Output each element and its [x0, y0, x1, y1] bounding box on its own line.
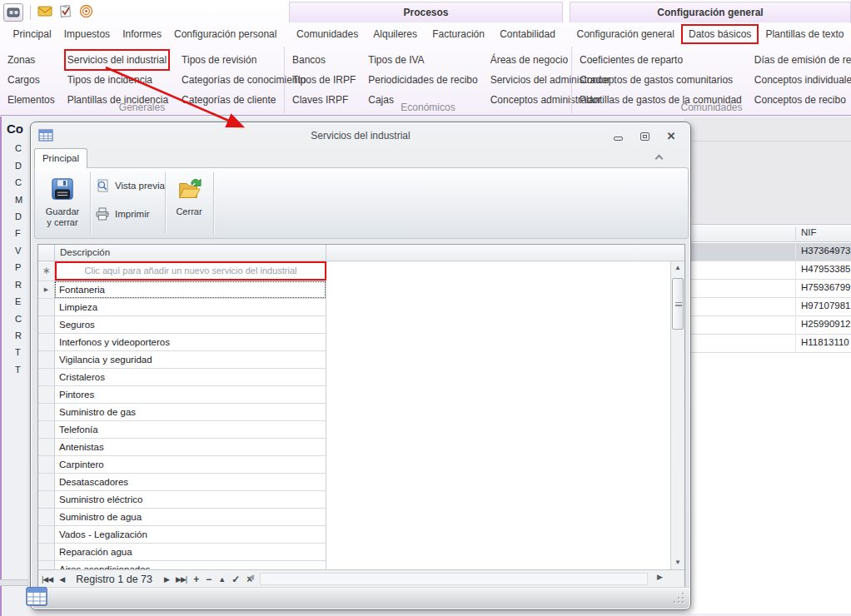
nif-table-row[interactable]: H97107981	[684, 298, 851, 316]
grid-row[interactable]: Vigilancia y seguridad	[38, 351, 684, 369]
description-cell[interactable]: Suministro de gas	[55, 404, 326, 421]
grid-row[interactable]: Seguros	[38, 316, 684, 334]
column-header-descripcion[interactable]: Descripción	[55, 245, 326, 261]
ribbon-item-bancos[interactable]: Bancos	[292, 50, 356, 70]
minimize-button[interactable]	[611, 131, 625, 142]
grid-row[interactable]: Antenistas	[38, 439, 684, 456]
grid-row[interactable]: Aires acondicionados	[38, 561, 684, 569]
nif-table-row[interactable]: H47953385	[684, 261, 851, 280]
grid-row[interactable]: Carpintero	[38, 456, 684, 474]
grid-row[interactable]: Reparación agua	[38, 544, 684, 561]
tab-configuracion-personal[interactable]: Configuración personal	[168, 26, 282, 42]
description-cell[interactable]: Interfonos y videoporteros	[55, 334, 326, 351]
form-label-fragment: T	[15, 361, 28, 378]
tab-comunidades[interactable]: Comunidades	[291, 26, 364, 42]
description-cell[interactable]: Suministro de agua	[55, 509, 326, 526]
nav-post-icon[interactable]: ✓	[231, 571, 240, 588]
close-icon[interactable]: ✕	[664, 131, 678, 142]
grid-row[interactable]: Pintores	[38, 386, 684, 404]
grid-row[interactable]: Suministro de agua	[38, 509, 684, 526]
tab-informes[interactable]: Informes	[117, 26, 167, 42]
app-icon[interactable]	[3, 3, 23, 22]
scrollbar-thumb[interactable]	[672, 278, 684, 330]
preview-button[interactable]: Vista previa	[95, 176, 165, 195]
nav-next-icon[interactable]: ▶	[164, 571, 169, 588]
grid-row[interactable]: Interfonos y videoporteros	[38, 334, 684, 351]
grid-row[interactable]: Suministro de gas	[38, 404, 684, 421]
ribbon-item-zonas[interactable]: Zonas	[7, 50, 55, 70]
ribbon-item-servicios-del-industrial[interactable]: Servicios del industrial	[65, 50, 169, 70]
mail-icon[interactable]	[37, 5, 52, 20]
ribbon-item-tipos-de-incidencia[interactable]: Tipos de incidencia	[67, 70, 169, 90]
ribbon-item-tipos-de-iva[interactable]: Tipos de IVA	[368, 50, 477, 70]
description-cell[interactable]: Desatascadores	[55, 474, 326, 491]
description-cell[interactable]: Aires acondicionados	[55, 561, 326, 569]
description-cell[interactable]: Vigilancia y seguridad	[55, 351, 326, 369]
description-cell[interactable]: Vados - Legalización	[55, 526, 326, 544]
scroll-up-icon[interactable]: ▲	[671, 261, 684, 275]
description-cell[interactable]: Reparación agua	[55, 544, 326, 561]
maximize-button[interactable]	[638, 131, 651, 142]
tab-facturacion[interactable]: Facturación	[426, 26, 490, 42]
vertical-scrollbar[interactable]: ▲ ▼	[670, 261, 684, 569]
hscroll-right-icon[interactable]: ▶	[657, 573, 663, 581]
nav-delete-icon[interactable]: −	[206, 571, 212, 588]
table-icon[interactable]	[26, 587, 47, 609]
nif-table-row[interactable]: H25990912	[684, 316, 851, 335]
ribbon-item-tipos-de-irpf[interactable]: Tipos de IRPF	[292, 70, 356, 90]
grid-row[interactable]: Suministro eléctrico	[38, 491, 684, 509]
tab-contabilidad[interactable]: Contabilidad	[494, 26, 561, 42]
description-cell[interactable]: Cristaleros	[55, 369, 326, 386]
nav-edit-icon[interactable]: ▲	[218, 571, 225, 588]
save-and-close-button[interactable]: Guardary cerrar	[38, 171, 87, 235]
description-cell[interactable]: Limpieza	[55, 299, 326, 316]
feed-icon[interactable]	[79, 4, 93, 22]
grid-row[interactable]: Telefonía	[38, 421, 684, 439]
hscroll-left-icon[interactable]: ◀	[248, 573, 254, 581]
print-button[interactable]: Imprimir	[95, 205, 150, 223]
dialog-titlebar[interactable]: Servicios del industrial ✕	[32, 123, 689, 147]
tab-plantillas-de-texto[interactable]: Plantillas de texto	[759, 26, 849, 42]
nif-table-row[interactable]: H11813110	[684, 335, 851, 353]
description-cell[interactable]: Seguros	[55, 316, 326, 334]
grid-row[interactable]: Desatascadores	[38, 474, 684, 491]
description-cell[interactable]: Carpintero	[55, 456, 326, 474]
grid-row[interactable]: Vados - Legalización	[38, 526, 684, 544]
ribbon-item-cargos[interactable]: Cargos	[7, 70, 55, 90]
tab-principal[interactable]: Principal	[7, 26, 57, 42]
chevron-up-icon[interactable]	[655, 154, 662, 161]
ribbon-item-coeficientes-de-reparto[interactable]: Coeficientes de reparto	[580, 50, 742, 70]
row-indicator	[38, 351, 55, 369]
tab-principal[interactable]: Principal	[34, 148, 87, 168]
ribbon-item-periodicidades-de-recibo[interactable]: Periodicidades de recibo	[368, 70, 477, 90]
grid-row[interactable]: Cristaleros	[38, 369, 684, 386]
nif-value: H37364973	[801, 246, 850, 256]
hscroll-track[interactable]	[260, 573, 648, 585]
nav-last-icon[interactable]: ▶▶|	[176, 571, 187, 588]
nif-table-row[interactable]: H37364973	[684, 243, 851, 261]
nif-column-header[interactable]: NIF	[684, 224, 851, 242]
grid-row[interactable]: Limpieza	[38, 299, 684, 316]
grid-row[interactable]: ▶Fontaneria	[38, 281, 684, 299]
scroll-down-icon[interactable]: ▼	[671, 556, 684, 569]
ribbon-item-conceptos-de-gastos-comunitarios[interactable]: Conceptos de gastos comunitarios	[580, 70, 742, 90]
nif-table-row[interactable]: H75936799	[684, 280, 851, 298]
tab-datos-basicos[interactable]: Datos básicos	[683, 26, 757, 42]
tab-configuracion-general[interactable]: Configuración general	[571, 26, 680, 42]
nav-first-icon[interactable]: |◀◀	[42, 571, 52, 588]
ribbon-item-conceptos-individuales[interactable]: Conceptos individuales	[754, 70, 851, 90]
tab-impuestos[interactable]: Impuestos	[58, 26, 116, 42]
tab-alquileres[interactable]: Alquileres	[367, 26, 423, 42]
close-button[interactable]: Cerrar	[168, 171, 210, 235]
nav-previous-icon[interactable]: ◀	[59, 571, 64, 588]
description-cell[interactable]: Pintores	[55, 386, 326, 404]
description-cell[interactable]: Telefonía	[55, 421, 326, 439]
description-cell[interactable]: Antenistas	[55, 439, 326, 456]
ribbon-item-dias-de-emision-de-recibo[interactable]: Días de emisión de recibo	[754, 50, 851, 70]
resize-grip[interactable]	[672, 593, 684, 604]
description-cell[interactable]: Fontaneria	[55, 281, 326, 299]
description-cell[interactable]: Suministro eléctrico	[55, 491, 326, 509]
new-row-cell[interactable]: Clic aquí para añadir un nuevo servicio …	[55, 261, 326, 281]
nav-append-icon[interactable]: +	[193, 571, 199, 588]
clipboard-check-icon[interactable]	[59, 4, 72, 21]
